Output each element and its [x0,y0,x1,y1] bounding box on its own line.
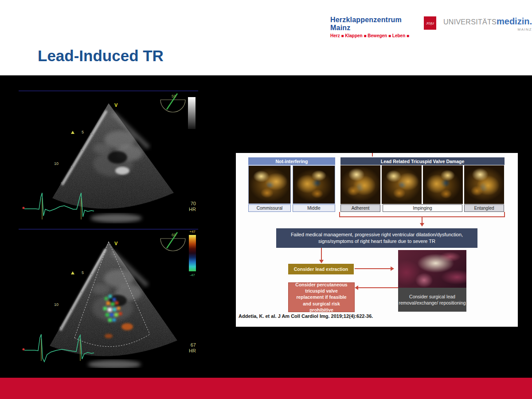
group-header-lead-damage: Lead Related Tricuspid Valve Damage [340,157,505,165]
arrow-left-icon [355,286,358,290]
label-adherent: Adherent [340,204,380,212]
arrow-down-icon [420,223,424,227]
bracket-stem [422,217,422,223]
lead-extraction-box: Consider lead extraction [288,264,354,274]
header-logos: Herzklappenzentrum Mainz Herz ■ Klappen … [330,16,532,38]
echo-grayscale-image: V 5 10 50 70 HR [18,86,200,228]
doppler-scale-max: +47 [189,230,196,234]
uni-logo-bold-text: medizin. [497,16,532,26]
svg-text:70: 70 [191,201,196,206]
echo3d-image-commissural [248,165,291,204]
surgical-lead-box: Consider surgical lead removal/exchange/… [398,288,466,312]
echo-bottom-border-line [19,229,198,230]
footer-accent-bar [0,378,532,399]
echo3d-image-entangled [464,165,504,204]
echo3d-image-middle [293,165,335,204]
label-entangled: Entangled [464,204,504,212]
svg-text:5: 5 [82,270,84,275]
svg-text:5: 5 [82,130,84,134]
failed-management-box: Failed medical management, progressive r… [276,228,477,248]
doppler-scale-min: -47 [190,273,195,277]
arrow-down-icon [319,260,324,263]
arrow-to-surgery [355,268,391,269]
percutaneous-replacement-box: Consider percutaneous tricuspid valve re… [288,282,355,312]
svg-text:10: 10 [54,302,59,307]
org-tagline: Herz ■ Klappen ■ Bewegen ■ Leben ■ [330,33,417,38]
svg-text:67: 67 [191,342,196,348]
group-header-not-interfering: Not-interfering [248,157,335,165]
gauge-angle-value: 60 [172,233,176,237]
label-middle: Middle [293,204,335,212]
svg-text:10: 10 [54,161,59,166]
probe-orientation-marker: V [114,241,118,246]
arrow-right-icon [391,266,394,271]
jgu-logo-icon: JG|U [424,16,436,30]
probe-orientation-marker: V [114,102,118,108]
grayscale-bar [188,97,196,129]
svg-text:HR: HR [189,348,196,353]
gauge-angle-value: 50 [172,94,176,98]
surgical-photo [398,250,466,288]
org-name: Herzklappenzentrum Mainz [330,16,417,32]
echo-color-doppler-image: V 5 10 60 +47 -47 67 H [18,226,200,368]
universitaetsmedizin-logo: UNIVERSITÄTSmedizin. MAINZ [443,16,532,31]
arrow-to-extraction [321,248,322,260]
label-commissural: Commissural [248,204,291,212]
echo3d-image-impinging-1 [382,165,422,204]
arrow-to-percutaneous [358,287,398,288]
page-title: Lead-Induced TR [38,47,164,65]
doppler-color-bar [189,235,196,271]
svg-text:HR: HR [189,207,196,212]
connector-top-tick [372,153,373,156]
heart-valve-center-logo: Herzklappenzentrum Mainz Herz ■ Klappen … [330,16,417,38]
echo3d-image-impinging-2 [423,165,463,204]
uni-logo-city: MAINZ [443,27,532,31]
citation-text: Addetia, K. et al. J Am Coll Cardiol Img… [239,313,373,319]
echo-top-border-line [19,90,198,91]
doppler-velocity-scale: +47 -47 [189,230,196,277]
label-impinging: Impinging [383,204,462,212]
uni-logo-light-text: UNIVERSITÄTS [443,18,497,26]
echo3d-image-adherent [340,165,380,204]
presentation-slide: Herzklappenzentrum Mainz Herz ■ Klappen … [0,0,532,399]
